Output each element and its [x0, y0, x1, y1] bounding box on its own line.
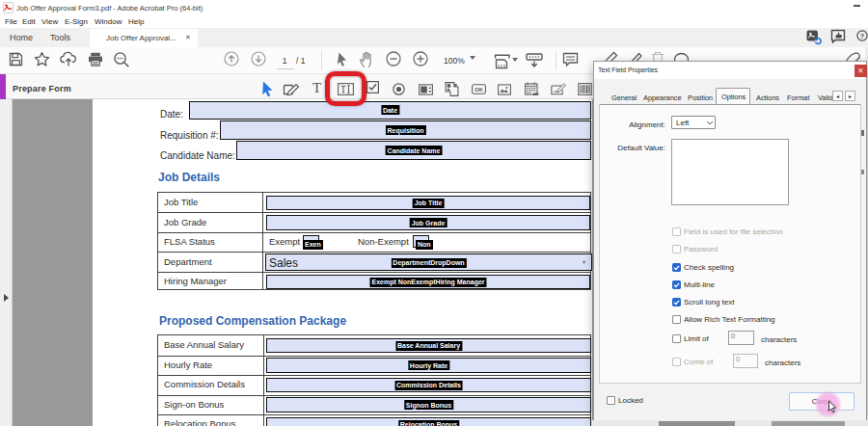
svg-text:OK: OK	[475, 87, 483, 93]
svg-text:?: ?	[860, 32, 864, 40]
